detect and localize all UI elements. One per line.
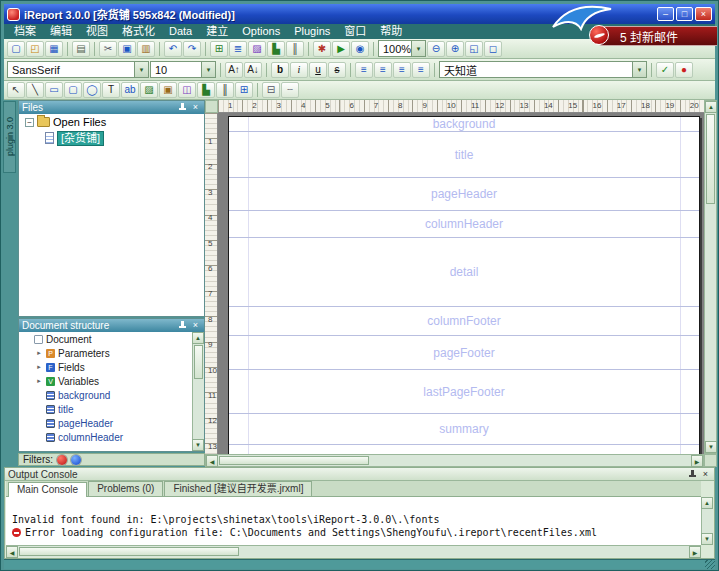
report-page[interactable]: backgroundtitlepageHeadercolumnHeaderdet… bbox=[228, 116, 700, 454]
scroll-left-icon[interactable]: ◀ bbox=[6, 546, 18, 558]
mail-notification-banner[interactable]: 5 封新邮件 bbox=[599, 26, 717, 46]
text-field-tool-button[interactable]: ab bbox=[121, 82, 139, 98]
structure-panel-header[interactable]: Document structure × bbox=[19, 319, 204, 332]
band-columnHeader[interactable]: columnHeader bbox=[229, 211, 699, 238]
expander-icon[interactable]: ▸ bbox=[35, 349, 43, 357]
files-panel-header[interactable]: Files × bbox=[19, 101, 204, 114]
band-detail[interactable]: detail bbox=[229, 238, 699, 307]
barcode-tool-button[interactable]: ║ bbox=[216, 82, 234, 98]
zoom-fit-button[interactable]: ◱ bbox=[465, 41, 483, 57]
plugin-side-tab[interactable]: plugin 3.0 bbox=[3, 101, 16, 173]
zoom-in-button[interactable]: ⊕ bbox=[446, 41, 464, 57]
scroll-up-icon[interactable]: ▲ bbox=[701, 497, 713, 509]
expander-icon[interactable]: ▸ bbox=[35, 363, 43, 371]
line-tool-button[interactable]: ╲ bbox=[26, 82, 44, 98]
pin-icon[interactable] bbox=[179, 321, 186, 330]
chevron-down-icon[interactable]: ▾ bbox=[201, 62, 215, 77]
menu-item-format[interactable]: 格式化 bbox=[115, 24, 162, 39]
menu-item-edit[interactable]: 编辑 bbox=[43, 24, 79, 39]
save-report-button[interactable]: ▦ bbox=[45, 41, 63, 57]
scroll-down-icon[interactable]: ▼ bbox=[705, 441, 717, 453]
console-tab-finished-jrxml-[interactable]: Finished [建议自开发票.jrxml] bbox=[164, 481, 312, 496]
rectangle-tool-button[interactable]: ▭ bbox=[45, 82, 63, 98]
insert-chart-button[interactable]: ▙ bbox=[267, 41, 285, 57]
panel-close-icon[interactable]: × bbox=[190, 319, 201, 332]
menu-item-build[interactable]: 建立 bbox=[199, 24, 235, 39]
apply-style-button[interactable]: ✓ bbox=[656, 62, 674, 78]
preview-report-button[interactable]: ◉ bbox=[351, 41, 369, 57]
zoom-out-button[interactable]: ⊖ bbox=[427, 41, 445, 57]
menu-item-file[interactable]: 档案 bbox=[7, 24, 43, 39]
rounded-rectangle-tool-button[interactable]: ▢ bbox=[64, 82, 82, 98]
subreport-tool-button[interactable]: ◫ bbox=[178, 82, 196, 98]
insert-band-button[interactable]: ≣ bbox=[229, 41, 247, 57]
static-text-tool-button[interactable]: T bbox=[102, 82, 120, 98]
paste-button[interactable]: ▥ bbox=[137, 41, 155, 57]
band-pageHeader[interactable]: pageHeader bbox=[229, 178, 699, 211]
ireport-logo-button[interactable]: ● bbox=[675, 62, 693, 78]
redo-button[interactable]: ↷ bbox=[183, 41, 201, 57]
decrease-font-button[interactable]: A↓ bbox=[244, 62, 262, 78]
scroll-up-icon[interactable]: ▲ bbox=[192, 332, 204, 344]
align-center-button[interactable]: ≡ bbox=[374, 62, 392, 78]
scroll-right-icon[interactable]: ▶ bbox=[691, 455, 703, 467]
structure-item-background[interactable]: background bbox=[19, 388, 204, 402]
design-horizontal-scrollbar[interactable]: ◀ ▶ bbox=[205, 454, 704, 467]
crosstab-tool-button[interactable]: ⊞ bbox=[235, 82, 253, 98]
zoom-actual-button[interactable]: ◻ bbox=[484, 41, 502, 57]
chart-tool-button[interactable]: ▙ bbox=[197, 82, 215, 98]
scroll-left-icon[interactable]: ◀ bbox=[206, 455, 218, 467]
zoom-select[interactable]: 100%▾ bbox=[378, 40, 426, 57]
scroll-thumb[interactable] bbox=[706, 114, 715, 204]
menu-item-window[interactable]: 窗口 bbox=[337, 24, 373, 39]
structure-item-columnheader[interactable]: columnHeader bbox=[19, 430, 204, 444]
scroll-down-icon[interactable]: ▼ bbox=[701, 533, 713, 545]
page-break-tool-button[interactable]: ┄ bbox=[281, 82, 299, 98]
cut-button[interactable]: ✂ bbox=[99, 41, 117, 57]
insert-field-button[interactable]: ⊞ bbox=[210, 41, 228, 57]
menu-item-data[interactable]: Data bbox=[162, 24, 199, 39]
chevron-down-icon[interactable]: ▾ bbox=[134, 62, 148, 77]
font-size-select[interactable]: 10▾ bbox=[150, 61, 216, 78]
group-tool-button[interactable]: ⊟ bbox=[262, 82, 280, 98]
align-justify-button[interactable]: ≡ bbox=[412, 62, 430, 78]
selected-report-label[interactable]: [杂货铺] bbox=[57, 131, 104, 146]
font-select[interactable]: SansSerif▾ bbox=[7, 61, 149, 78]
filter-info-icon[interactable] bbox=[71, 455, 81, 465]
band-lastPageFooter[interactable]: lastPageFooter bbox=[229, 370, 699, 414]
strikethrough-button[interactable]: s bbox=[328, 62, 346, 78]
insert-image-button[interactable]: ▨ bbox=[248, 41, 266, 57]
chevron-down-icon[interactable]: ▾ bbox=[632, 62, 646, 77]
mail-notifier-ball-icon[interactable] bbox=[589, 25, 609, 45]
panel-close-icon[interactable]: × bbox=[700, 468, 711, 481]
structure-item-pageheader[interactable]: pageHeader bbox=[19, 416, 204, 430]
pin-icon[interactable] bbox=[689, 470, 696, 479]
band-pageFooter[interactable]: pageFooter bbox=[229, 336, 699, 370]
scroll-up-icon[interactable]: ▲ bbox=[705, 101, 717, 113]
menu-item-view[interactable]: 视图 bbox=[79, 24, 115, 39]
console-vertical-scrollbar[interactable]: ▲ ▼ bbox=[701, 497, 713, 545]
selection-tool-button[interactable]: ↖ bbox=[7, 82, 25, 98]
new-report-button[interactable]: ▢ bbox=[7, 41, 25, 57]
align-right-button[interactable]: ≡ bbox=[393, 62, 411, 78]
menu-item-help[interactable]: 帮助 bbox=[373, 24, 409, 39]
design-canvas[interactable]: backgroundtitlepageHeadercolumnHeaderdet… bbox=[218, 113, 704, 454]
tree-item-open-files[interactable]: − Open Files bbox=[19, 114, 204, 130]
scroll-right-icon[interactable]: ▶ bbox=[689, 546, 701, 558]
collapse-icon[interactable]: − bbox=[25, 118, 34, 127]
structure-item-title[interactable]: title bbox=[19, 402, 204, 416]
structure-item-fields[interactable]: ▸FFields bbox=[19, 360, 204, 374]
maximize-button[interactable]: □ bbox=[676, 7, 693, 21]
expander-icon[interactable]: ▸ bbox=[35, 377, 43, 385]
scroll-down-icon[interactable]: ▼ bbox=[192, 439, 204, 451]
band-title[interactable]: title bbox=[229, 132, 699, 178]
menu-item-options[interactable]: Options bbox=[235, 24, 287, 39]
band-columnFooter[interactable]: columnFooter bbox=[229, 307, 699, 336]
image-tool-button[interactable]: ▨ bbox=[140, 82, 158, 98]
style-select[interactable]: 天知道▾ bbox=[439, 61, 647, 78]
structure-item-document[interactable]: Document bbox=[19, 332, 204, 346]
open-report-button[interactable]: ◰ bbox=[26, 41, 44, 57]
console-output[interactable]: Invalid font found in: E:\projects\shine… bbox=[6, 497, 701, 545]
structure-item-variables[interactable]: ▸VVariables bbox=[19, 374, 204, 388]
insert-barcode-button[interactable]: ║ bbox=[286, 41, 304, 57]
